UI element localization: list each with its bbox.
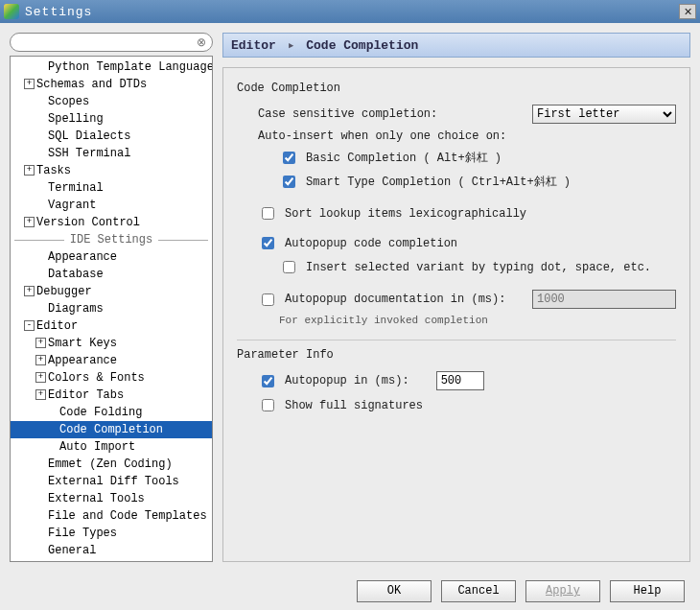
tree-item-label: File Types	[48, 527, 117, 540]
expand-icon[interactable]: +	[35, 338, 46, 348]
expander-placeholder	[35, 269, 46, 279]
show-full-signatures-checkbox[interactable]	[262, 399, 274, 411]
autopopup-doc-checkbox[interactable]	[262, 293, 274, 306]
tree-item[interactable]: +Colors & Fonts	[11, 369, 212, 387]
expand-icon[interactable]: +	[35, 372, 46, 383]
expand-icon[interactable]: +	[24, 165, 35, 176]
breadcrumb-sep-icon: ▸	[288, 38, 295, 53]
tree-item-label: Smart Keys	[48, 337, 117, 350]
tree-item[interactable]: Database	[11, 266, 212, 283]
case-sensitive-label: Case sensitive completion:	[258, 107, 437, 121]
tree-item[interactable]: -Editor	[11, 317, 212, 335]
param-autopopup-checkbox[interactable]	[262, 375, 274, 387]
tree-item-label: Editor	[36, 319, 78, 333]
expand-icon[interactable]: +	[24, 217, 35, 227]
autopopup-doc-label: Autopopup documentation in (ms):	[285, 293, 505, 306]
tree-item-label: Terminal	[48, 181, 104, 195]
tree-item[interactable]: SSH Terminal	[11, 145, 212, 162]
tree-item[interactable]: +Smart Keys	[11, 335, 212, 352]
show-full-signatures-label: Show full signatures	[285, 399, 423, 412]
tree-item[interactable]: Python Template Languages	[11, 59, 212, 76]
tree-item[interactable]: Diagrams	[11, 300, 212, 317]
app-icon	[4, 4, 19, 19]
tree-item[interactable]: +Debugger	[11, 283, 212, 300]
section-parameter-info: Parameter Info	[237, 348, 676, 362]
tree-item-label: Spelling	[48, 112, 104, 126]
tree-item-label: HTTP Proxy	[48, 561, 117, 562]
close-button[interactable]: ✕	[679, 4, 696, 19]
tree-item[interactable]: +Schemas and DTDs	[11, 76, 212, 93]
tree-item-label: Vagrant	[48, 199, 96, 212]
expander-placeholder	[35, 493, 46, 504]
tree-item[interactable]: Auto Import	[11, 438, 212, 456]
tree-item[interactable]: Terminal	[11, 179, 212, 197]
tree-item[interactable]: +Version Control	[11, 214, 212, 231]
expander-placeholder	[35, 61, 46, 72]
tree-item[interactable]: Spelling	[11, 110, 212, 128]
tree-item-label: Emmet (Zen Coding)	[48, 458, 173, 471]
tree-item-label: File and Code Templates	[48, 509, 207, 523]
expander-placeholder	[35, 96, 46, 106]
breadcrumb-code-completion: Code Completion	[306, 38, 418, 53]
tree-item[interactable]: General	[11, 542, 212, 559]
expander-placeholder	[35, 458, 46, 469]
expand-icon[interactable]: +	[35, 355, 46, 365]
search-input[interactable]	[16, 35, 197, 49]
clear-search-icon[interactable]: ⊗	[197, 35, 206, 49]
case-sensitive-select[interactable]: First letterAllNone	[532, 105, 676, 124]
expand-icon[interactable]: +	[24, 79, 35, 89]
param-autopopup-ms-input[interactable]	[436, 371, 484, 390]
tree-item[interactable]: Scopes	[11, 93, 212, 110]
tree-item[interactable]: HTTP Proxy	[11, 559, 212, 562]
tree-item[interactable]: File Types	[11, 525, 212, 542]
param-autopopup-label: Autopopup in (ms):	[285, 374, 409, 387]
tree-item[interactable]: SQL Dialects	[11, 128, 212, 145]
autopopup-code-completion-checkbox[interactable]	[262, 237, 274, 249]
tree-item-label: Code Completion	[59, 423, 163, 436]
tree-item-label: Tasks	[36, 164, 71, 177]
tree-item[interactable]: +Editor Tabs	[11, 387, 212, 404]
section-code-completion: Code Completion	[237, 82, 676, 95]
expander-placeholder	[47, 407, 58, 417]
tree-item[interactable]: +Appearance	[11, 352, 212, 369]
sort-lexicographically-checkbox[interactable]	[262, 207, 274, 220]
expand-icon[interactable]: +	[35, 389, 46, 400]
smart-completion-label: Smart Type Completion ( Ctrl+Alt+斜杠 )	[306, 174, 571, 190]
tree-item[interactable]: Code Completion	[11, 421, 212, 438]
tree-item-label: Python Template Languages	[48, 60, 213, 74]
settings-tree[interactable]: Python Template Languages+Schemas and DT…	[10, 56, 213, 562]
expander-placeholder	[35, 545, 46, 555]
tree-item[interactable]: External Diff Tools	[11, 473, 212, 490]
tree-item[interactable]: Appearance	[11, 248, 212, 266]
basic-completion-checkbox[interactable]	[283, 152, 295, 164]
tree-item-label: Debugger	[36, 285, 92, 298]
autopopup-doc-note: For explicitly invoked completion	[279, 315, 488, 326]
tree-item-label: Database	[48, 268, 104, 281]
apply-button: Apply	[525, 580, 600, 602]
breadcrumb-editor[interactable]: Editor	[231, 38, 276, 53]
tree-item-label: Version Control	[36, 216, 140, 229]
tree-item[interactable]: +Tasks	[11, 162, 212, 179]
collapse-icon[interactable]: -	[24, 320, 35, 331]
help-button[interactable]: Help	[610, 580, 685, 602]
sort-lexicographically-label: Sort lookup items lexicographically	[285, 207, 526, 221]
tree-item[interactable]: Vagrant	[11, 197, 212, 214]
insert-variant-label: Insert selected variant by typing dot, s…	[306, 261, 651, 274]
tree-item-label: External Diff Tools	[48, 475, 179, 488]
tree-item-label: SSH Terminal	[48, 147, 130, 160]
tree-item-label: Scopes	[48, 95, 89, 108]
tree-item[interactable]: Code Folding	[11, 404, 212, 421]
tree-item[interactable]: Emmet (Zen Coding)	[11, 456, 212, 473]
search-box[interactable]: ⊗	[10, 33, 213, 52]
tree-item-label: Colors & Fonts	[48, 371, 145, 385]
tree-item[interactable]: File and Code Templates	[11, 507, 212, 525]
tree-item-label: External Tools	[48, 492, 145, 505]
smart-completion-checkbox[interactable]	[283, 176, 295, 188]
cancel-button[interactable]: Cancel	[441, 580, 516, 602]
expander-placeholder	[35, 476, 46, 486]
ok-button[interactable]: OK	[357, 580, 432, 602]
expander-placeholder	[35, 510, 46, 521]
insert-variant-checkbox[interactable]	[283, 261, 295, 273]
expand-icon[interactable]: +	[24, 286, 35, 296]
tree-item[interactable]: External Tools	[11, 490, 212, 507]
